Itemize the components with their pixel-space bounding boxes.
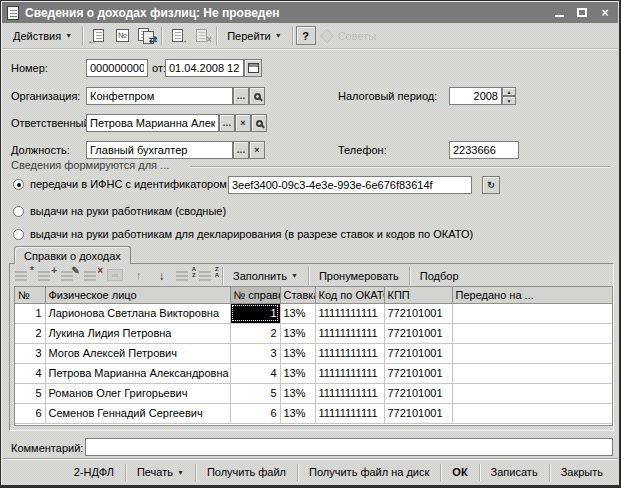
- column-header-rate[interactable]: Ставка: [280, 287, 315, 303]
- cell-num[interactable]: 2: [15, 323, 45, 343]
- radio-icon[interactable]: [13, 179, 24, 190]
- cell-kpp[interactable]: 772101001: [384, 343, 452, 363]
- cell-rate[interactable]: 13%: [280, 403, 315, 423]
- cell-kpp[interactable]: 772101001: [384, 403, 452, 423]
- radio-option-employees-summary[interactable]: выдачи на руки работникам (сводные): [13, 205, 226, 217]
- responsible-open-button[interactable]: [251, 114, 267, 132]
- spin-down-icon[interactable]: ▼: [502, 96, 516, 105]
- cell-person[interactable]: Лукина Лидия Петровна: [45, 323, 230, 343]
- file-id-input[interactable]: [228, 176, 472, 194]
- column-header-cert[interactable]: № справки: [230, 287, 280, 303]
- edit-row-button[interactable]: ✎: [58, 266, 81, 285]
- cell-person[interactable]: Ларионова Светлана Викторовна: [45, 303, 230, 323]
- position-clear-button[interactable]: ×: [249, 141, 265, 159]
- cell-person[interactable]: Романов Олег Григорьевич: [45, 383, 230, 403]
- responsible-input[interactable]: [86, 114, 219, 132]
- radio-icon[interactable]: [13, 229, 24, 240]
- cell-kpp[interactable]: 772101001: [384, 303, 452, 323]
- cell-rate[interactable]: 13%: [280, 363, 315, 383]
- position-input[interactable]: [86, 141, 233, 159]
- titlebar[interactable]: Сведения о доходах физлиц: Не проведен ×: [2, 2, 618, 23]
- radio-option-employees-declaration[interactable]: выдачи на руки работникам для деклариров…: [13, 228, 473, 240]
- refresh-file-id-button[interactable]: ↻: [482, 176, 500, 194]
- renumber-button[interactable]: Пронумеровать: [312, 266, 406, 286]
- radio-icon[interactable]: [13, 206, 24, 217]
- footer-button-2ndfl[interactable]: 2-НДФЛ: [64, 462, 124, 482]
- cell-okato[interactable]: 11111111111: [315, 303, 384, 323]
- cell-kpp[interactable]: 772101001: [384, 383, 452, 403]
- delete-row-button[interactable]: ×: [81, 266, 104, 285]
- minimize-button[interactable]: [551, 6, 567, 20]
- responsible-clear-button[interactable]: ×: [235, 114, 251, 132]
- cell-cert[interactable]: 2: [230, 323, 280, 343]
- cell-transferred[interactable]: [452, 403, 612, 423]
- number-input[interactable]: [86, 59, 148, 77]
- column-header-num[interactable]: №: [15, 287, 45, 303]
- column-header-kpp[interactable]: КПП: [384, 287, 452, 303]
- cell-rate[interactable]: 13%: [280, 383, 315, 403]
- cell-transferred[interactable]: [452, 363, 612, 383]
- table-row[interactable]: 4Петрова Марианна Александровна413%11111…: [15, 363, 612, 383]
- organization-open-button[interactable]: [249, 87, 265, 105]
- cell-rate[interactable]: 13%: [280, 323, 315, 343]
- position-select-button[interactable]: …: [233, 141, 249, 159]
- cell-cert[interactable]: 1: [230, 303, 280, 323]
- tax-period-input[interactable]: [449, 87, 502, 105]
- cell-transferred[interactable]: [452, 383, 612, 403]
- cell-num[interactable]: 6: [15, 403, 45, 423]
- copy-row-button[interactable]: +: [35, 266, 58, 285]
- cell-rate[interactable]: 13%: [280, 303, 315, 323]
- cell-cert[interactable]: 4: [230, 363, 280, 383]
- column-header-okato[interactable]: Код по ОКАТО: [315, 287, 384, 303]
- cell-kpp[interactable]: 772101001: [384, 363, 452, 383]
- cell-kpp[interactable]: 772101001: [384, 323, 452, 343]
- table-row[interactable]: 5Романов Олег Григорьевич513%11111111111…: [15, 383, 612, 403]
- footer-button-get-file[interactable]: Получить файл: [197, 462, 296, 482]
- date-input[interactable]: [165, 59, 244, 77]
- cell-okato[interactable]: 11111111111: [315, 403, 384, 423]
- cell-cert[interactable]: 5: [230, 383, 280, 403]
- help-button[interactable]: ?: [296, 26, 316, 45]
- table-row[interactable]: 1Ларионова Светлана Викторовна113%111111…: [15, 303, 612, 323]
- copy-document-button[interactable]: ⇄: [134, 26, 158, 46]
- cell-cert[interactable]: 6: [230, 403, 280, 423]
- close-button[interactable]: ×: [597, 6, 613, 20]
- responsible-select-button[interactable]: …: [219, 114, 235, 132]
- cell-rate[interactable]: 13%: [280, 343, 315, 363]
- comment-input[interactable]: [85, 438, 613, 456]
- cell-okato[interactable]: 11111111111: [315, 323, 384, 343]
- cell-okato[interactable]: 11111111111: [315, 383, 384, 403]
- cell-cert[interactable]: 3: [230, 343, 280, 363]
- reread-document-button[interactable]: ←: [86, 26, 110, 46]
- footer-button-close[interactable]: Закрыть: [551, 462, 613, 482]
- cell-num[interactable]: 3: [15, 343, 45, 363]
- cell-transferred[interactable]: [452, 343, 612, 363]
- footer-button-write[interactable]: Записать: [481, 462, 548, 482]
- tax-period-spinner[interactable]: ▲ ▼: [502, 87, 516, 105]
- column-header-transferred[interactable]: Передано на ...: [452, 287, 612, 303]
- set-number-button[interactable]: №: [110, 26, 134, 46]
- income-table[interactable]: № Физическое лицо № справки Ставка Код п…: [14, 286, 613, 426]
- footer-button-get-file-to-disk[interactable]: Получить файл на диск: [299, 462, 439, 482]
- sort-ascending-button[interactable]: AZ: [173, 266, 196, 285]
- cell-okato[interactable]: 11111111111: [315, 343, 384, 363]
- move-down-button[interactable]: ↓: [150, 266, 173, 285]
- sort-descending-button[interactable]: ZA: [196, 266, 219, 285]
- spin-up-icon[interactable]: ▲: [502, 87, 516, 96]
- cell-num[interactable]: 4: [15, 363, 45, 383]
- table-row[interactable]: 2Лукина Лидия Петровна213%11111111111772…: [15, 323, 612, 343]
- actions-button[interactable]: Действия ▼: [6, 26, 79, 46]
- footer-button-ok[interactable]: ОК: [442, 462, 477, 482]
- cell-person[interactable]: Петрова Марианна Александровна: [45, 363, 230, 383]
- cell-num[interactable]: 1: [15, 303, 45, 323]
- pick-button[interactable]: Подбор: [413, 266, 466, 286]
- table-row[interactable]: 6Семенов Геннадий Сергеевич613%111111111…: [15, 403, 612, 423]
- column-header-person[interactable]: Физическое лицо: [45, 287, 230, 303]
- cell-num[interactable]: 5: [15, 383, 45, 403]
- post-document-button[interactable]: →: [165, 26, 189, 46]
- cell-person[interactable]: Могов Алексей Петрович: [45, 343, 230, 363]
- tab-income-certificates[interactable]: Справки о доходах: [14, 246, 131, 264]
- cell-transferred[interactable]: [452, 303, 612, 323]
- goto-button[interactable]: Перейти ▼: [220, 26, 289, 46]
- organization-input[interactable]: [86, 87, 233, 105]
